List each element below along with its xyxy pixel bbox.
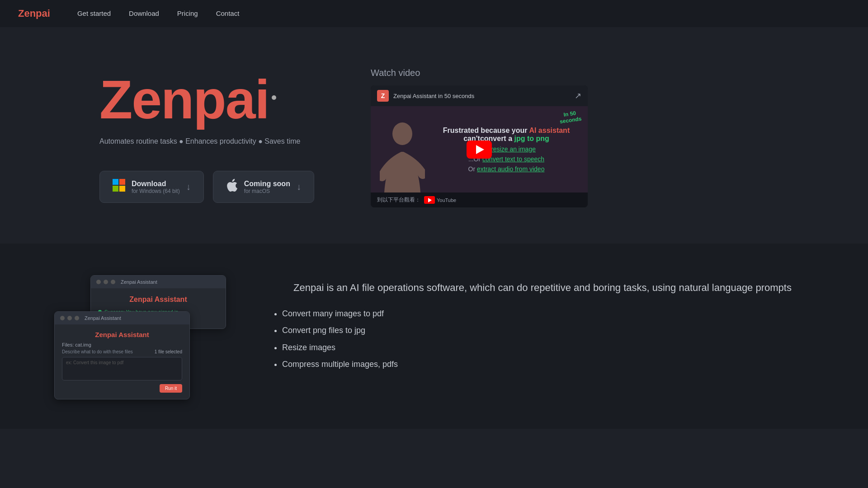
window-dot-3 (111, 280, 115, 284)
window-front-dot-3 (75, 316, 79, 320)
apple-icon (226, 178, 238, 195)
svg-rect-2 (113, 186, 118, 192)
nav-logo[interactable]: Zenpai (18, 8, 50, 19)
window-front-app-title: Zenpai Assistant (62, 331, 182, 338)
svg-rect-1 (119, 179, 125, 185)
feature-item-1: Convert many images to pdf (282, 308, 814, 319)
person-silhouette (380, 122, 425, 192)
macos-btn-sub: for macOS (244, 188, 290, 194)
window-front-dot-1 (60, 316, 65, 320)
window-back-app-title: Zenpai Assistant (98, 296, 218, 304)
title-dot (272, 95, 276, 100)
download-arrow-icon: ↓ (186, 182, 191, 192)
in50-text: In 50seconds (559, 109, 582, 125)
macos-btn-label: Coming soon (244, 180, 290, 188)
nav-link-pricing[interactable]: Pricing (177, 9, 198, 17)
info-description: Zenpai is an AI file operations software… (271, 280, 814, 296)
selected-badge: 1 file selected (155, 349, 182, 354)
feature-item-3: Resize images (282, 342, 814, 353)
hero-section: Zenpai Automates routine tasks ● Enhance… (0, 27, 868, 244)
macos-download-button[interactable]: Coming soon for macOS ↓ (213, 171, 314, 203)
feature-list: Convert many images to pdf Convert png f… (271, 308, 814, 370)
nav-link-download[interactable]: Download (129, 9, 159, 17)
run-button[interactable]: Run it (160, 384, 182, 393)
video-thumbnail: Z Zenpai Assistant in 50 seconds ↗ In 50… (371, 85, 588, 207)
window-front: Zenpai Assistant Zenpai Assistant Files:… (54, 311, 190, 399)
macos-arrow-icon: ↓ (297, 182, 301, 192)
youtube-play-icon (428, 198, 432, 202)
video-container[interactable]: Z Zenpai Assistant in 50 seconds ↗ In 50… (371, 85, 588, 207)
window-dot-2 (104, 280, 108, 284)
video-line1: Frustrated because your AI assistant (443, 127, 570, 135)
info-right: Zenpai is an AI file operations software… (271, 275, 814, 375)
nav-link-contact[interactable]: Contact (216, 9, 240, 17)
window-front-dot-2 (67, 316, 72, 320)
window-front-title: Zenpai Assistant (85, 315, 121, 321)
svg-rect-0 (113, 179, 118, 185)
svg-rect-3 (119, 186, 125, 192)
hero-left: Zenpai Automates routine tasks ● Enhance… (99, 63, 335, 203)
lower-section: Zenpai Assistant Zenpai Assistant Succes… (0, 244, 868, 429)
youtube-logo: YouTube (424, 196, 456, 204)
video-line3: ...Or resize an image (443, 145, 570, 153)
video-line4: ...Or convert text to speech (443, 155, 570, 163)
hero-title: Zenpai (99, 72, 276, 127)
window-front-body: Zenpai Assistant Files: cat.img Describe… (55, 324, 189, 399)
window-front-textarea[interactable]: ex: Convert this image to pdf (62, 357, 182, 380)
download-buttons: Download for Windows (64 bit) ↓ Coming s… (99, 171, 314, 203)
hero-subtitle: Automates routine tasks ● Enhances produ… (99, 137, 300, 145)
video-title-text: Zenpai Assistant in 50 seconds (393, 93, 570, 99)
video-content-text: Frustrated because your AI assistant can… (434, 127, 579, 173)
windows-download-button[interactable]: Download for Windows (64 bit) ↓ (99, 171, 204, 203)
windows-btn-text: Download for Windows (64 bit) (132, 180, 180, 194)
play-triangle-icon (476, 145, 484, 154)
navbar: Zenpai Get started Download Pricing Cont… (0, 0, 868, 27)
windows-btn-label: Download (132, 180, 180, 188)
window-front-files: Files: cat.img (62, 342, 182, 347)
windows-btn-sub: for Windows (64 bit) (132, 188, 180, 194)
feature-item-4: Compress multiple images, pdfs (282, 359, 814, 370)
video-line5: Or extract audio from video (443, 165, 570, 173)
window-front-describe-label: Describe what to do with these files 1 f… (62, 349, 182, 354)
window-back-titlebar: Zenpai Assistant (91, 276, 226, 288)
zenpai-z-icon: Z (377, 90, 389, 102)
video-header: Z Zenpai Assistant in 50 seconds ↗ (371, 85, 588, 106)
windows-icon (113, 179, 125, 195)
play-button[interactable] (467, 141, 492, 159)
youtube-text: YouTube (437, 197, 456, 203)
textarea-placeholder: ex: Convert this image to pdf (66, 360, 123, 365)
macos-btn-text: Coming soon for macOS (244, 180, 290, 194)
nav-link-get-started[interactable]: Get started (77, 9, 111, 17)
share-icon[interactable]: ↗ (575, 91, 581, 101)
youtube-icon (424, 196, 435, 204)
hero-right: Watch video Z Zenpai Assistant in 50 sec… (371, 63, 814, 207)
youtube-watch-label: 到以下平台觀看： (377, 196, 420, 204)
window-front-titlebar: Zenpai Assistant (55, 312, 189, 324)
video-footer: 到以下平台觀看： YouTube (371, 192, 588, 207)
window-dot-1 (96, 280, 101, 284)
svg-point-4 (392, 122, 412, 145)
video-line2: can'tconvert a jpg to png (443, 135, 570, 143)
app-screenshots: Zenpai Assistant Zenpai Assistant Succes… (54, 275, 235, 397)
watch-video-label: Watch video (371, 68, 814, 78)
video-body: In 50seconds Frustrat (371, 106, 588, 192)
feature-item-2: Convert png files to jpg (282, 325, 814, 336)
window-back-title: Zenpai Assistant (121, 279, 157, 285)
nav-links: Get started Download Pricing Contact (77, 9, 239, 18)
